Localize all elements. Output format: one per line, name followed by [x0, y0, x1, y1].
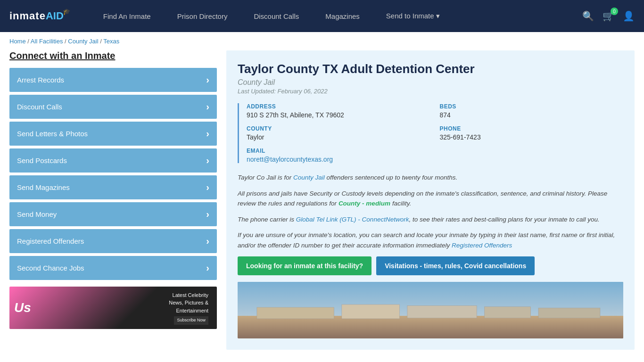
- county-medium-link[interactable]: County - medium: [339, 200, 390, 207]
- desc-2: All prisons and jails have Security or C…: [238, 189, 623, 209]
- county-value: Taylor: [247, 133, 430, 141]
- svg-rect-2: [257, 307, 334, 319]
- address-block: ADDRESS 910 S 27th St, Abilene, TX 79602: [247, 103, 430, 119]
- facility-content: Taylor County TX Adult Detention Center …: [226, 50, 635, 350]
- cart-badge: 0: [611, 8, 618, 15]
- nav-icons: 🔍 🛒 0 👤: [582, 10, 635, 22]
- sidebar-btn-discount-calls[interactable]: Discount Calls ›: [9, 95, 217, 119]
- sidebar-title: Connect with an Inmate: [9, 50, 217, 61]
- email-value[interactable]: norett@taylorcountytexas.org: [247, 156, 623, 163]
- chevron-icon-1: ›: [206, 101, 209, 112]
- cart-icon[interactable]: 🛒 0: [603, 10, 614, 22]
- facility-image: [238, 282, 623, 338]
- chevron-icon-5: ›: [206, 209, 209, 220]
- registered-offenders-link[interactable]: Registered Offenders: [452, 242, 512, 249]
- chevron-icon-0: ›: [206, 74, 209, 85]
- breadcrumb-county-jail[interactable]: County Jail: [68, 38, 98, 45]
- desc-3: The phone carrier is Global Tel Link (GT…: [238, 214, 623, 225]
- breadcrumb-home[interactable]: Home: [9, 38, 26, 45]
- phone-label: PHONE: [440, 125, 624, 132]
- beds-value: 874: [440, 111, 624, 119]
- county-jail-link-1[interactable]: County Jail: [293, 174, 325, 181]
- sidebar-btn-send-postcards[interactable]: Send Postcards ›: [9, 148, 217, 173]
- chevron-icon-6: ›: [206, 236, 209, 247]
- breadcrumb-texas[interactable]: Texas: [103, 38, 119, 45]
- svg-rect-5: [485, 306, 531, 318]
- chevron-icon-4: ›: [206, 182, 209, 193]
- phone-block: PHONE 325-691-7423: [440, 125, 624, 141]
- sidebar-btn-registered-offenders[interactable]: Registered Offenders ›: [9, 229, 217, 253]
- chevron-icon-2: ›: [206, 128, 209, 139]
- beds-block: BEDS 874: [440, 103, 624, 119]
- visitations-btn[interactable]: Visitations - times, rules, Covid cancel…: [376, 256, 535, 275]
- search-icon[interactable]: 🔍: [582, 10, 594, 22]
- chevron-icon-3: ›: [206, 155, 209, 166]
- nav-links: Find An Inmate Prison Directory Discount…: [90, 0, 582, 32]
- facility-info-grid: ADDRESS 910 S 27th St, Abilene, TX 79602…: [238, 103, 623, 163]
- email-label: EMAIL: [247, 148, 623, 154]
- ad-banner[interactable]: Us Latest Celebrity News, Pictures & Ent…: [9, 287, 217, 329]
- user-icon[interactable]: 👤: [623, 10, 635, 22]
- action-buttons: Looking for an inmate at this facility? …: [238, 256, 623, 275]
- desc-1: Taylor Co Jail is for County Jail offend…: [238, 173, 623, 183]
- breadcrumb: Home / All Facilities / County Jail / Te…: [0, 32, 644, 50]
- email-block: EMAIL norett@taylorcountytexas.org: [247, 148, 623, 163]
- nav-magazines[interactable]: Magazines: [312, 0, 373, 32]
- ad-subscribe-btn[interactable]: Subscribe Now: [174, 316, 208, 325]
- svg-rect-6: [538, 308, 600, 318]
- sidebar-btn-send-money[interactable]: Send Money ›: [9, 202, 217, 226]
- sidebar-btn-arrest-records[interactable]: Arrest Records ›: [9, 68, 217, 92]
- sidebar-btn-send-letters[interactable]: Send Letters & Photos ›: [9, 122, 217, 146]
- nav-send-to-inmate[interactable]: Send to Inmate ▾: [373, 0, 453, 32]
- county-label: COUNTY: [247, 125, 430, 132]
- logo[interactable]: inmateAID🎓: [9, 10, 71, 22]
- sidebar-btn-send-magazines[interactable]: Send Magazines ›: [9, 175, 217, 199]
- ad-logo: Us: [14, 300, 31, 315]
- navbar: inmateAID🎓 Find An Inmate Prison Directo…: [0, 0, 644, 32]
- main-layout: Connect with an Inmate Arrest Records › …: [0, 50, 644, 359]
- county-block: COUNTY Taylor: [247, 125, 430, 141]
- facility-updated: Last Updated: February 06, 2022: [238, 88, 623, 95]
- sidebar-btn-second-chance[interactable]: Second Chance Jobs ›: [9, 256, 217, 280]
- chevron-icon-7: ›: [206, 263, 209, 273]
- facility-name: Taylor County TX Adult Detention Center: [238, 62, 623, 76]
- breadcrumb-all-facilities[interactable]: All Facilities: [31, 38, 63, 45]
- nav-find-inmate[interactable]: Find An Inmate: [90, 0, 164, 32]
- svg-rect-4: [407, 305, 477, 318]
- svg-rect-3: [342, 304, 400, 319]
- address-label: ADDRESS: [247, 103, 430, 110]
- beds-label: BEDS: [440, 103, 624, 110]
- svg-rect-1: [238, 316, 623, 338]
- nav-discount-calls[interactable]: Discount Calls: [240, 0, 312, 32]
- phone-value: 325-691-7423: [440, 133, 624, 141]
- address-value: 910 S 27th St, Abilene, TX 79602: [247, 111, 430, 119]
- ad-text: Latest Celebrity News, Pictures & Entert…: [165, 288, 212, 329]
- sidebar: Connect with an Inmate Arrest Records › …: [9, 50, 217, 350]
- find-inmate-btn[interactable]: Looking for an inmate at this facility?: [238, 256, 372, 275]
- facility-type: County Jail: [238, 78, 623, 87]
- nav-prison-directory[interactable]: Prison Directory: [164, 0, 241, 32]
- gtl-link[interactable]: Global Tel Link (GTL) - ConnectNetwork: [296, 216, 409, 223]
- desc-4: If you are unsure of your inmate's locat…: [238, 230, 623, 250]
